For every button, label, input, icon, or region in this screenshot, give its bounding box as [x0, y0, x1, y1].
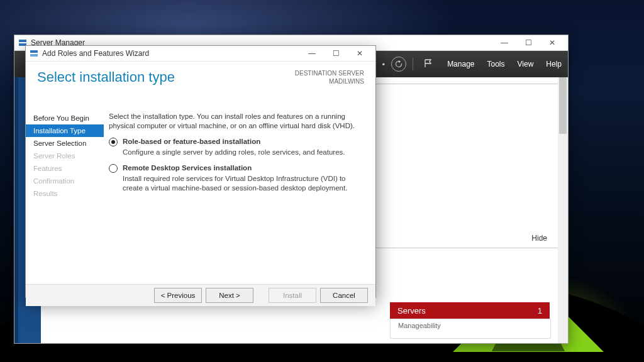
toolbar-separator	[413, 58, 413, 70]
maximize-button[interactable]: ☐	[516, 35, 540, 50]
wizard-footer: < Previous Next > Install Cancel	[26, 284, 375, 306]
svg-rect-0	[19, 40, 26, 42]
wizard-intro: Select the installation type. You can in…	[109, 112, 363, 131]
close-button[interactable]: ✕	[540, 35, 564, 50]
wizard-titlebar[interactable]: Add Roles and Features Wizard — ☐ ✕	[26, 46, 375, 62]
destination-label: DESTINATION SERVER	[295, 69, 364, 77]
menu-help[interactable]: Help	[546, 60, 562, 69]
servers-tile-label: Servers	[397, 306, 426, 315]
step-features: Features	[26, 162, 104, 175]
cancel-button[interactable]: Cancel	[320, 288, 368, 303]
step-installation-type[interactable]: Installation Type	[26, 124, 104, 137]
scrollbar[interactable]	[558, 77, 568, 343]
install-button: Install	[269, 288, 316, 303]
option-role-based-desc: Configure a single server by adding role…	[123, 148, 363, 157]
wizard-close-button[interactable]: ✕	[348, 46, 372, 61]
step-before-you-begin[interactable]: Before You Begin	[26, 112, 104, 124]
servers-tile[interactable]: Servers 1	[390, 302, 550, 319]
wizard-maximize-button[interactable]: ☐	[324, 46, 348, 61]
menu-manage[interactable]: Manage	[447, 60, 474, 69]
destination-block: DESTINATION SERVER MADILWINS	[295, 69, 364, 85]
option-role-based-title: Role-based or feature-based installation	[123, 137, 260, 146]
option-role-based[interactable]: Role-based or feature-based installation	[109, 137, 363, 146]
wizard-header: Select installation type DESTINATION SER…	[26, 62, 375, 108]
svg-rect-2	[30, 50, 38, 53]
servers-tile-count: 1	[538, 306, 542, 315]
radio-unselected-icon[interactable]	[109, 164, 118, 173]
scrollbar-thumb[interactable]	[559, 77, 567, 134]
add-roles-wizard: Add Roles and Features Wizard — ☐ ✕ Sele…	[25, 45, 376, 298]
step-confirmation: Confirmation	[26, 175, 104, 187]
wizard-minimize-button[interactable]: —	[300, 46, 324, 61]
toolbar-bullet: •	[382, 60, 386, 69]
next-button[interactable]: Next >	[206, 288, 253, 303]
step-results: Results	[26, 187, 104, 200]
wizard-title: Add Roles and Features Wizard	[42, 49, 149, 58]
step-server-selection[interactable]: Server Selection	[26, 137, 104, 150]
radio-selected-icon[interactable]	[109, 138, 118, 146]
wizard-main: Select the installation type. You can in…	[104, 108, 375, 284]
previous-button[interactable]: < Previous	[154, 288, 202, 303]
servers-tile-sub: Manageability	[390, 319, 551, 339]
option-rds[interactable]: Remote Desktop Services installation	[109, 163, 363, 173]
hide-link[interactable]: Hide	[531, 234, 547, 243]
destination-value: MADILWINS	[295, 77, 364, 85]
wizard-steps: Before You Begin Installation Type Serve…	[26, 108, 104, 284]
wizard-heading: Select installation type	[37, 69, 175, 85]
option-rds-title: Remote Desktop Services installation	[123, 163, 252, 173]
wizard-icon	[30, 49, 38, 58]
menu-tools[interactable]: Tools	[487, 60, 505, 69]
option-rds-desc: Install required role services for Virtu…	[123, 174, 363, 193]
step-server-roles: Server Roles	[26, 150, 104, 162]
refresh-icon[interactable]	[391, 57, 406, 72]
minimize-button[interactable]: —	[492, 35, 516, 50]
svg-rect-3	[30, 54, 38, 57]
menu-view[interactable]: View	[518, 60, 534, 69]
notifications-flag-icon[interactable]	[423, 58, 435, 70]
